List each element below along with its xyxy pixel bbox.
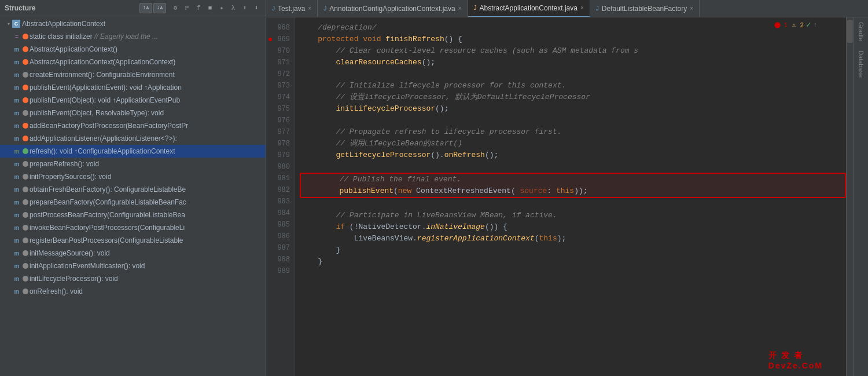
- method-icon7: m: [13, 122, 21, 130]
- method-icon18: m: [13, 262, 21, 270]
- line-968: 968: [266, 22, 295, 34]
- highlighted-block: // Publish the final event. publishEvent…: [300, 173, 846, 198]
- tree-item-addapplistener[interactable]: m addApplicationListener(ApplicationList…: [0, 132, 266, 145]
- tree-item-preparebean[interactable]: m prepareBeanFactory(ConfigurableListabl…: [0, 196, 266, 209]
- line-972: 972: [266, 68, 295, 80]
- filter3-icon[interactable]: ■: [205, 3, 215, 13]
- tab-default[interactable]: J DefaultListableBeanFactory ×: [590, 0, 700, 17]
- filter-icon[interactable]: P: [182, 3, 192, 13]
- line-numbers: 968 969 970 971 972 973 974 975 976 977 …: [266, 17, 295, 376]
- tab-abstract-close[interactable]: ×: [580, 5, 584, 11]
- tree-item-preparerefresh[interactable]: m prepareRefresh(): void: [0, 158, 266, 170]
- tab-default-close[interactable]: ×: [690, 5, 693, 12]
- publish3-label: publishEvent(Object, ResolvableType): vo…: [30, 109, 164, 117]
- postprocess-label: postProcessBeanFactory(ConfigurableLista…: [30, 211, 185, 219]
- tab-test[interactable]: J Test.java ×: [266, 0, 318, 17]
- method-icon15: m: [13, 224, 21, 232]
- line-987: 987: [266, 242, 295, 254]
- invokebeanfactory-label: invokeBeanFactoryPostProcessors(Configur…: [30, 224, 185, 232]
- line-971: 971: [266, 57, 295, 68]
- code-line-977: // Propagate refresh to lifecycle proces…: [300, 126, 846, 138]
- tab-annotation[interactable]: J AnnotationConfigApplicationContext.jav…: [318, 0, 468, 17]
- tree-item-static-init[interactable]: = static class initializer // Eagerly lo…: [0, 30, 266, 43]
- structure-title: Structure: [5, 4, 35, 12]
- tree-item-constructor1[interactable]: m AbstractApplicationContext(): [0, 43, 266, 56]
- vertical-scrollbar[interactable]: [846, 17, 853, 376]
- method-icon2: m: [13, 58, 21, 66]
- tree-item-initpropsources[interactable]: m initPropertySources(): void: [0, 170, 266, 183]
- code-line-972: [300, 68, 846, 80]
- method-icon3: m: [13, 71, 21, 79]
- line-983: 983: [266, 196, 295, 207]
- line-980: 980: [266, 161, 295, 173]
- tree-container[interactable]: ▾ C ​AbstractApplicationContext = static…: [0, 16, 266, 376]
- tree-item-refresh[interactable]: m refresh(): void ↑ConfigurableApplicati…: [0, 145, 266, 158]
- tree-item-initlifecycle[interactable]: m initLifecycleProcessor(): void: [0, 272, 266, 285]
- badge-m9: [23, 148, 28, 154]
- line-973: 973: [266, 80, 295, 92]
- watermark-line2: DevZe.CoM: [768, 361, 823, 370]
- sort-desc-button[interactable]: ↓A: [153, 3, 166, 13]
- method-icon6: m: [13, 109, 21, 117]
- tree-item-publish2[interactable]: m publishEvent(Object): void ↑Applicatio…: [0, 94, 266, 107]
- up-icon: ↑: [813, 21, 817, 28]
- line-982: 982: [266, 184, 295, 196]
- filter4-icon[interactable]: ✦: [217, 3, 226, 13]
- tab-test-icon: J: [272, 5, 275, 12]
- method-icon4: m: [13, 83, 21, 92]
- code-line-987: }: [300, 244, 846, 256]
- method-icon19: m: [13, 275, 21, 283]
- tab-test-close[interactable]: ×: [308, 5, 311, 12]
- scrollbar-thumb[interactable]: [847, 20, 853, 43]
- tab-annotation-close[interactable]: ×: [458, 5, 462, 12]
- line-985: 985: [266, 219, 295, 231]
- initlifecycle-label: initLifecycleProcessor(): void: [30, 275, 118, 283]
- refresh-label: refresh(): void ↑ConfigurableApplication…: [30, 147, 175, 155]
- tree-item-createenv[interactable]: m createEnvironment(): ConfigurableEnvir…: [0, 68, 266, 81]
- filter2-icon[interactable]: f: [194, 3, 203, 13]
- badge-m16: [23, 238, 28, 243]
- code-content[interactable]: ⬤ 1 ⚠ 2 ✓ ↑ /deprecation/ protected void…: [295, 17, 846, 376]
- lambda-icon[interactable]: λ: [229, 3, 238, 13]
- tree-item-postprocess[interactable]: m postProcessBeanFactory(ConfigurableLis…: [0, 209, 266, 221]
- tree-item-publish3[interactable]: m publishEvent(Object, ResolvableType): …: [0, 107, 266, 119]
- far-right-panel: Gradle Database: [853, 17, 868, 376]
- tree-item-registerbeanpost[interactable]: m registerBeanPostProcessors(Configurabl…: [0, 234, 266, 247]
- code-line-968: /deprecation/: [300, 22, 846, 34]
- badge-m13: [23, 199, 28, 205]
- database-label[interactable]: Database: [858, 46, 865, 82]
- tree-item-initmessage[interactable]: m initMessageSource(): void: [0, 247, 266, 260]
- code-line-988: }: [300, 256, 846, 268]
- breakpoint-marker[interactable]: [269, 38, 272, 41]
- gradle-label[interactable]: Gradle: [858, 17, 865, 46]
- error-indicator-icon: ⬤: [774, 21, 782, 29]
- tab-abstract[interactable]: J AbstractApplicationContext.java ×: [468, 0, 590, 17]
- obtainfresh-label: obtainFreshBeanFactory(): ConfigurableLi…: [30, 185, 186, 194]
- method-icon17: m: [13, 249, 21, 257]
- code-line-989: [300, 268, 846, 279]
- tree-item-invokebeanfactory[interactable]: m invokeBeanFactoryPostProcessors(Config…: [0, 221, 266, 234]
- class-icon: C: [12, 20, 20, 28]
- collapse-icon[interactable]: ⬆: [240, 3, 249, 13]
- expand-icon[interactable]: ⚙: [171, 3, 180, 13]
- tabs-bar: J Test.java × J AnnotationConfigApplicat…: [266, 0, 868, 17]
- tree-item-initappeventmulti[interactable]: m initApplicationEventMulticaster(): voi…: [0, 260, 266, 272]
- tree-item-constructor2[interactable]: m AbstractApplicationContext(Application…: [0, 56, 266, 68]
- expand-all-icon[interactable]: ⬇: [252, 3, 261, 13]
- tree-item-publish1[interactable]: m publishEvent(ApplicationEvent): void ↑…: [0, 81, 266, 94]
- sort-asc-button[interactable]: ↑A: [139, 3, 152, 13]
- tab-abstract-icon: J: [474, 5, 477, 11]
- addbeanfactory-label: addBeanFactoryPostProcessor(BeanFactoryP…: [30, 122, 188, 130]
- tree-item-obtainfresh[interactable]: m obtainFreshBeanFactory(): Configurable…: [0, 183, 266, 196]
- tab-test-label: Test.java: [278, 5, 305, 13]
- line-969: 969: [266, 34, 295, 45]
- tree-item-root[interactable]: ▾ C ​AbstractApplicationContext: [0, 17, 266, 30]
- tab-abstract-label: AbstractApplicationContext.java: [480, 4, 578, 12]
- publish2-label: publishEvent(Object): void ↑ApplicationE…: [30, 96, 180, 104]
- createenv-label: createEnvironment(): ConfigurableEnviron…: [30, 71, 175, 79]
- check-icon: ✓: [806, 20, 811, 30]
- method-icon20: m: [13, 287, 21, 295]
- watermark-line1: 开 发 者: [768, 351, 823, 361]
- tree-item-addbeanfactory[interactable]: m addBeanFactoryPostProcessor(BeanFactor…: [0, 119, 266, 132]
- tree-item-onrefresh[interactable]: m onRefresh(): void: [0, 285, 266, 298]
